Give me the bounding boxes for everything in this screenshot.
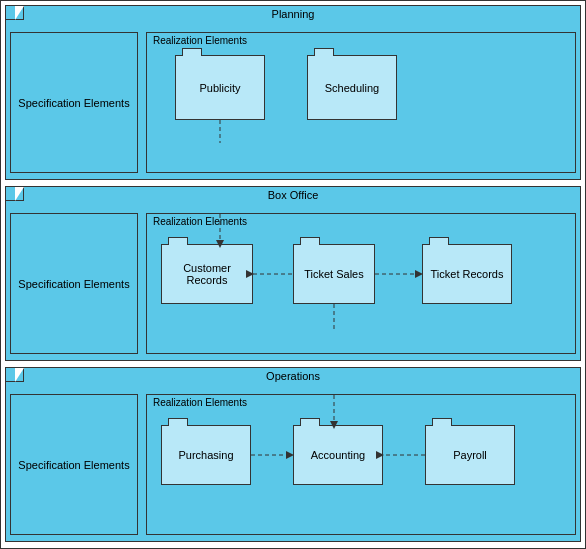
comp-tab-publicity xyxy=(182,48,202,56)
lane-boxoffice: Box Office Specification Elements Realiz… xyxy=(5,186,581,361)
component-scheduling: Scheduling xyxy=(307,55,397,120)
lane-operations: Operations Specification Elements Realiz… xyxy=(5,367,581,542)
component-purchasing: Purchasing xyxy=(161,425,251,485)
component-ticket-sales: Ticket Sales xyxy=(293,244,375,304)
component-label-ticket-records: Ticket Records xyxy=(431,268,504,280)
lane-title-operations: Operations xyxy=(6,370,580,382)
comp-tab-ticket-records xyxy=(429,237,449,245)
comp-tab-accounting xyxy=(300,418,320,426)
comp-tab-payroll xyxy=(432,418,452,426)
component-publicity: Publicity xyxy=(175,55,265,120)
realization-area-planning: Realization Elements Publicity Schedulin… xyxy=(146,32,576,173)
spec-elements-planning: Specification Elements xyxy=(10,32,138,173)
diagram-container: Planning Specification Elements Realizat… xyxy=(0,0,586,549)
lane-title-boxoffice: Box Office xyxy=(6,189,580,201)
realization-area-boxoffice: Realization Elements Customer Records Ti… xyxy=(146,213,576,354)
component-accounting: Accounting xyxy=(293,425,383,485)
spec-elements-operations: Specification Elements xyxy=(10,394,138,535)
component-ticket-records: Ticket Records xyxy=(422,244,512,304)
comp-tab-customer-records xyxy=(168,237,188,245)
realization-area-operations: Realization Elements Purchasing Accounti… xyxy=(146,394,576,535)
component-label-scheduling: Scheduling xyxy=(325,82,379,94)
component-payroll: Payroll xyxy=(425,425,515,485)
comp-tab-purchasing xyxy=(168,418,188,426)
comp-tab-ticket-sales xyxy=(300,237,320,245)
component-label-publicity: Publicity xyxy=(200,82,241,94)
spec-elements-boxoffice: Specification Elements xyxy=(10,213,138,354)
component-label-ticket-sales: Ticket Sales xyxy=(304,268,364,280)
realization-label-operations: Realization Elements xyxy=(147,395,575,410)
lane-title-planning: Planning xyxy=(6,8,580,20)
comp-tab-scheduling xyxy=(314,48,334,56)
lane-planning: Planning Specification Elements Realizat… xyxy=(5,5,581,180)
component-label-purchasing: Purchasing xyxy=(178,449,233,461)
component-label-accounting: Accounting xyxy=(311,449,365,461)
component-label-payroll: Payroll xyxy=(453,449,487,461)
realization-label-boxoffice: Realization Elements xyxy=(147,214,575,229)
component-label-customer-records: Customer Records xyxy=(162,262,252,286)
realization-label-planning: Realization Elements xyxy=(147,33,575,48)
component-customer-records: Customer Records xyxy=(161,244,253,304)
